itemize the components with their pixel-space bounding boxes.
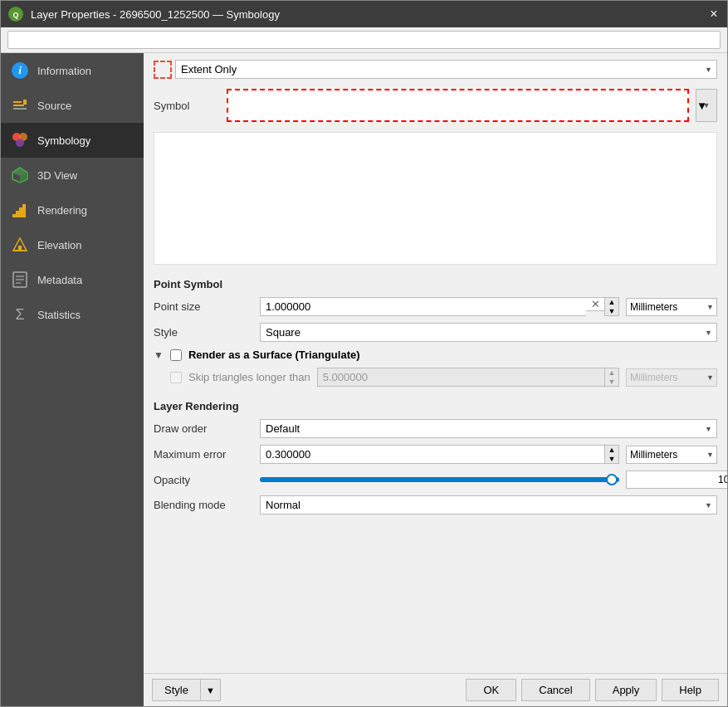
point-size-clear-button[interactable]: ✕ [586, 297, 604, 311]
symbology-icon [11, 131, 29, 149]
bottom-bar: Style ▼ OK Cancel Apply Help [144, 673, 727, 706]
help-button[interactable]: Help [662, 679, 719, 701]
blending-mode-dropdown-wrapper: Normal Multiply Screen [260, 495, 717, 514]
point-size-unit-wrapper: Millimeters Pixels Points [626, 298, 717, 316]
sidebar-item-metadata[interactable]: Metadata [1, 262, 144, 297]
svg-rect-3 [13, 101, 22, 103]
sidebar-item-rendering[interactable]: Rendering [1, 193, 144, 227]
window-title: Layer Properties - 2696500_1252500 — Sym… [31, 8, 707, 21]
point-symbol-section-header: Point Symbol [154, 278, 717, 290]
opacity-value-input[interactable] [626, 471, 727, 489]
max-error-row: Maximum error ▲ ▼ Millimeters Pixels [154, 445, 717, 464]
opacity-slider-container [260, 471, 619, 488]
sidebar-label-statistics: Statistics [37, 309, 81, 321]
svg-point-8 [16, 139, 24, 147]
draw-order-dropdown-wrapper: Default By Z value [260, 419, 717, 438]
collapse-arrow-icon[interactable]: ▼ [154, 349, 164, 361]
point-size-input-group: ✕ ▲ ▼ [260, 297, 619, 316]
skip-triangles-checkbox[interactable] [170, 372, 182, 383]
symbol-preview[interactable] [227, 89, 689, 122]
style-row: Style Square Circle Cross Diamond [154, 323, 717, 342]
draw-order-select[interactable]: Default By Z value [260, 419, 717, 438]
sidebar-item-source[interactable]: Source [1, 88, 144, 123]
svg-rect-5 [23, 100, 27, 105]
sidebar-label-rendering: Rendering [37, 204, 87, 217]
sidebar-label-source: Source [37, 100, 71, 112]
max-error-spin-down[interactable]: ▼ [605, 455, 618, 464]
point-size-spin-down[interactable]: ▼ [605, 307, 618, 316]
opacity-slider-track [260, 477, 619, 482]
sidebar-label-3dview: 3D View [37, 169, 77, 182]
qgis-logo-icon: Q [7, 6, 24, 22]
elevation-icon [11, 236, 29, 254]
style-button[interactable]: Style [153, 680, 200, 700]
sidebar-label-elevation: Elevation [37, 239, 81, 251]
sidebar-item-information[interactable]: i Information [1, 53, 144, 88]
svg-rect-13 [16, 211, 19, 217]
max-error-unit-wrapper: Millimeters Pixels [626, 446, 717, 464]
point-size-spin-up[interactable]: ▲ [605, 298, 618, 307]
3dview-icon [11, 166, 29, 184]
style-dropdown-button[interactable]: ▼ [200, 680, 220, 700]
apply-button[interactable]: Apply [595, 679, 657, 701]
sidebar-item-elevation[interactable]: Elevation [1, 227, 144, 262]
sidebar-item-3dview[interactable]: 3D View [1, 158, 144, 193]
extent-icon [154, 61, 172, 79]
opacity-label: Opacity [154, 474, 253, 486]
render-surface-label: Render as a Surface (Triangulate) [188, 349, 360, 361]
skip-value-group: ▲ ▼ [317, 368, 619, 387]
symbol-preview-area [154, 132, 717, 265]
svg-rect-14 [19, 207, 22, 217]
style-select[interactable]: Square Circle Cross Diamond [260, 323, 717, 342]
top-dropdown-select[interactable]: Extent Only Single Symbol No Symbols [175, 60, 717, 79]
ok-button[interactable]: OK [466, 679, 516, 701]
max-error-spin-up[interactable]: ▲ [605, 446, 618, 455]
max-error-input[interactable] [260, 445, 604, 464]
max-error-label: Maximum error [154, 448, 253, 461]
information-icon: i [11, 61, 29, 80]
top-dropdown-wrapper: Extent Only Single Symbol No Symbols [175, 60, 717, 79]
draw-order-label: Draw order [154, 422, 253, 435]
max-error-unit-select[interactable]: Millimeters Pixels [626, 446, 717, 464]
render-surface-checkbox[interactable] [170, 349, 182, 361]
sidebar: i Information Source [1, 53, 144, 706]
opacity-slider-thumb[interactable] [606, 474, 618, 485]
right-panel: Extent Only Single Symbol No Symbols Sym… [144, 53, 727, 706]
skip-spin-up: ▲ [605, 368, 618, 378]
panel-content: Extent Only Single Symbol No Symbols Sym… [144, 53, 727, 673]
skip-spin-down: ▼ [605, 378, 618, 387]
point-size-label: Point size [154, 300, 253, 313]
svg-rect-15 [22, 204, 26, 217]
svg-rect-2 [13, 108, 27, 110]
svg-rect-4 [13, 105, 24, 106]
main-content: i Information Source [1, 53, 727, 706]
symbol-label: Symbol [154, 100, 220, 112]
sidebar-label-symbology: Symbology [37, 134, 90, 147]
metadata-icon [11, 271, 29, 289]
source-icon [11, 96, 29, 115]
draw-order-row: Draw order Default By Z value [154, 419, 717, 438]
cancel-button[interactable]: Cancel [521, 679, 589, 701]
skip-triangles-label: Skip triangles longer than [188, 371, 310, 383]
close-button[interactable]: × [707, 7, 721, 21]
sidebar-item-statistics[interactable]: Σ Statistics [1, 297, 144, 332]
rendering-icon [11, 201, 29, 219]
symbol-dropdown-wrapper: ▼ [696, 89, 717, 122]
max-error-input-group: ▲ ▼ [260, 445, 619, 464]
point-size-unit-select[interactable]: Millimeters Pixels Points [626, 298, 717, 316]
skip-spin: ▲ ▼ [604, 368, 619, 387]
style-dropdown-wrapper: Square Circle Cross Diamond [260, 323, 717, 342]
point-size-row: Point size ✕ ▲ ▼ Millimeters Pixels [154, 297, 717, 316]
layer-rendering-section-header: Layer Rendering [154, 400, 717, 412]
style-button-group: Style ▼ [152, 679, 221, 701]
symbol-dropdown-select[interactable]: ▼ [696, 89, 717, 122]
point-size-input[interactable] [260, 297, 586, 316]
skip-triangles-row: Skip triangles longer than ▲ ▼ Millimete… [154, 368, 717, 387]
blending-mode-label: Blending mode [154, 499, 253, 511]
blending-mode-select[interactable]: Normal Multiply Screen [260, 495, 717, 514]
layer-properties-window: Q Layer Properties - 2696500_1252500 — S… [0, 0, 728, 707]
title-bar: Q Layer Properties - 2696500_1252500 — S… [1, 1, 727, 27]
search-input[interactable] [7, 31, 721, 49]
sidebar-item-symbology[interactable]: Symbology [1, 123, 144, 158]
style-label: Style [154, 326, 253, 339]
